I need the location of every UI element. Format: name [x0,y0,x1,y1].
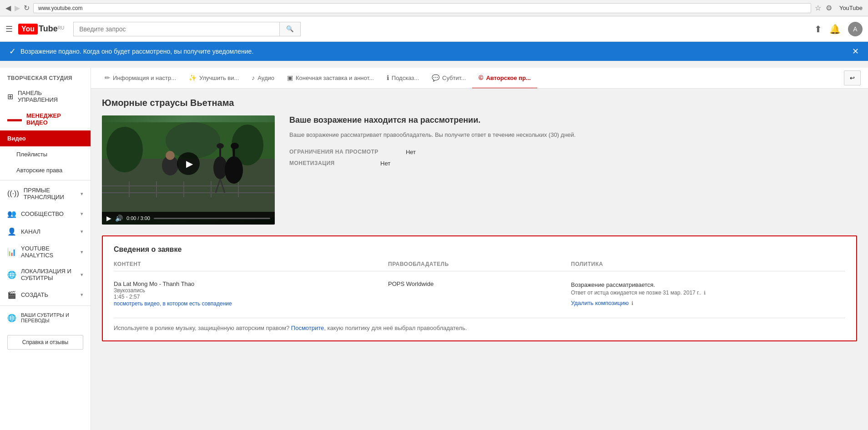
sidebar-subtitles-label: ВАШИ СУБТИТРЫ И ПЕРЕВОДЫ [21,312,83,323]
policy-text-1: Возражение рассматривается. [571,280,845,290]
footer-link[interactable]: Посмотрите [291,325,324,331]
sidebar-item-label: ПАНЕЛЬ УПРАВЛЕНИЯ [18,90,83,103]
restrictions-row: ОГРАНИЧЕНИЯ НА ПРОСМОТР Нет [289,149,857,155]
address-bar[interactable] [33,3,811,13]
sidebar-copyright-label: Авторские права [16,167,62,174]
logo-tube: Tube [39,24,58,34]
tab-end-screen[interactable]: ▣ Конечная заставка и аннот... [281,68,380,89]
avatar[interactable]: А [848,22,863,36]
live-icon: ((·)) [7,190,19,198]
delete-composition-link[interactable]: Удалить композицию [571,300,629,306]
search-input[interactable] [73,22,279,36]
sidebar-playlists-label: Плейлисты [16,151,47,158]
bookmark-icon[interactable]: ☆ [815,4,821,12]
owner-name: POPS Worldwide [388,280,434,287]
sidebar-item-analytics[interactable]: 📊 YOUTUBE ANALYTICS ▾ [0,240,91,263]
close-icon[interactable]: ✕ [852,46,859,56]
refresh-button[interactable]: ↻ [24,4,30,12]
sidebar-item-video-manager[interactable]: ▬▬ МЕНЕДЖЕР ВИДЕО [0,108,91,130]
sidebar-item-channel[interactable]: 👤 КАНАЛ ▾ [0,223,91,240]
forward-button[interactable]: ▶ [15,4,20,12]
subtitles-icon: 🌐 [7,314,16,322]
time-display: 0:00 / 3:00 [126,215,150,221]
content-name: Da Lat Mong Mo - Thanh Thao [114,280,388,287]
monetization-label: МОНЕТИЗАЦИЯ [289,160,353,167]
tab-copyright[interactable]: © Авторское пр... [472,68,537,89]
chevron-down-icon-2: ▾ [81,211,83,217]
video-manager-icon: ▬▬ [7,115,22,123]
sidebar-localization-label: ЛОКАЛИЗАЦИЯ И СУБТИТРЫ [21,268,76,281]
chevron-down-icon-6: ▾ [81,292,83,298]
notification-text: Возражение подано. Когда оно будет рассм… [20,48,253,55]
settings-icon[interactable]: ⚙ [826,4,832,12]
sidebar-divider-2 [0,305,91,306]
feedback-button[interactable]: Справка и отзывы [7,335,83,350]
play-icon: ▶ [186,158,193,169]
sidebar-item-live[interactable]: ((·)) ПРЯМЫЕ ТРАНСЛЯЦИИ ▾ [0,182,91,205]
top-bar: ☰ You Tube RU 🔍 ⬆ 🔔 А [0,16,868,42]
bell-icon[interactable]: 🔔 [829,24,841,35]
monetization-value: Нет [380,160,390,167]
tab-subtitles-label: Субтит... [442,75,466,81]
footer-text-1: Используете в ролике музыку, защищённую … [114,325,291,331]
analytics-icon: 📊 [7,248,16,256]
volume-icon[interactable]: 🔊 [115,215,123,222]
sidebar-item-localization[interactable]: 🌐 ЛОКАЛИЗАЦИЯ И СУБТИТРЫ ▾ [0,263,91,286]
tab-info[interactable]: ✏ Информация и настр... [98,68,182,89]
upload-icon[interactable]: ⬆ [814,24,822,35]
sidebar-item-playlists[interactable]: Плейлисты [0,146,91,162]
tab-audio-label: Аудио [257,75,274,81]
sidebar-item-copyright[interactable]: Авторские права [0,162,91,178]
col-policy-header: ПОЛИТИКА [571,261,845,267]
view-match-link[interactable]: посмотреть видео, в котором есть совпаде… [114,300,232,307]
chevron-down-icon-5: ▾ [81,272,83,278]
play-button[interactable]: ▶ [177,152,200,175]
claim-table: КОНТЕНТ ПРАВООБЛАДАТЕЛЬ ПОЛИТИКА Da Lat … [114,261,845,310]
claim-row: Da Lat Mong Mo - Thanh Thao Звукозапись … [114,277,845,310]
objection-title: Ваше возражение находится на рассмотрени… [289,115,857,125]
sidebar-item-video[interactable]: Видео [0,130,91,146]
tab-subtitles[interactable]: 💬 Субтит... [425,68,472,89]
delete-info-icon[interactable]: ℹ [631,300,633,306]
progress-bar[interactable] [154,218,270,219]
edit-icon: ✏ [105,74,110,81]
search-button[interactable]: 🔍 [279,22,301,36]
sidebar-item-community[interactable]: 👥 СООБЩЕСТВО ▾ [0,205,91,223]
deadline-text: Ответ от истца ожидается не позже 31 мар… [571,290,701,296]
enhance-icon: ✨ [189,74,197,81]
audio-icon: ♪ [252,74,255,81]
tab-cards[interactable]: ℹ Подсказ... [380,68,425,89]
menu-icon[interactable]: ☰ [5,24,13,34]
claim-content-cell: Da Lat Mong Mo - Thanh Thao Звукозапись … [114,280,388,307]
back-button[interactable]: ◀ [5,4,11,12]
play-ctrl-button[interactable]: ▶ [106,215,111,222]
deadline-info-icon[interactable]: ℹ [704,290,706,295]
video-overlay: ▶ ▶ 🔊 0:00 / 3:00 [102,115,275,225]
content-time: 1:45 - 2:57 [114,294,388,300]
tab-bar: ✏ Информация и настр... ✨ Улучшить ви...… [91,68,868,89]
chevron-down-icon-4: ▾ [81,249,83,255]
policy-text-2: Ответ от истца ожидается не позже 31 мар… [571,290,845,296]
sidebar-item-subtitles-yours[interactable]: 🌐 ВАШИ СУБТИТРЫ И ПЕРЕВОДЫ [0,308,91,328]
tab-enhance[interactable]: ✨ Улучшить ви... [182,68,245,89]
col-owner-header: ПРАВООБЛАДАТЕЛЬ [388,261,571,267]
search-bar: 🔍 [73,22,301,36]
back-to-list-button[interactable]: ↩ [844,70,861,85]
restrictions-label: ОГРАНИЧЕНИЯ НА ПРОСМОТР [289,149,378,155]
tab-info-label: Информация и настр... [113,75,176,81]
content-area: Юморные страусы Вьетнама [91,89,868,350]
objection-desc: Ваше возражение рассматривает правооблад… [289,130,857,140]
tab-audio[interactable]: ♪ Аудио [245,68,281,89]
check-icon: ✓ [9,46,16,56]
studio-label: ТВОРЧЕСКАЯ СТУДИЯ [0,68,91,85]
subtitles-tab-icon: 💬 [432,74,439,81]
footer-text-2: , какую политику для неё выбрал правообл… [324,325,467,331]
sidebar-item-dashboard[interactable]: ⊞ ПАНЕЛЬ УПРАВЛЕНИЯ [0,85,91,108]
sidebar-item-create[interactable]: 🎬 СОЗДАТЬ ▾ [0,286,91,304]
tab-copyright-label: Авторское пр... [486,75,530,81]
claim-policy-cell: Возражение рассматривается. Ответ от ист… [571,280,845,306]
youtube-logo[interactable]: You Tube RU [18,24,64,35]
col-content-header: КОНТЕНТ [114,261,388,267]
video-player[interactable]: ▶ ▶ 🔊 0:00 / 3:00 [102,115,275,225]
end-screen-icon: ▣ [287,74,293,81]
